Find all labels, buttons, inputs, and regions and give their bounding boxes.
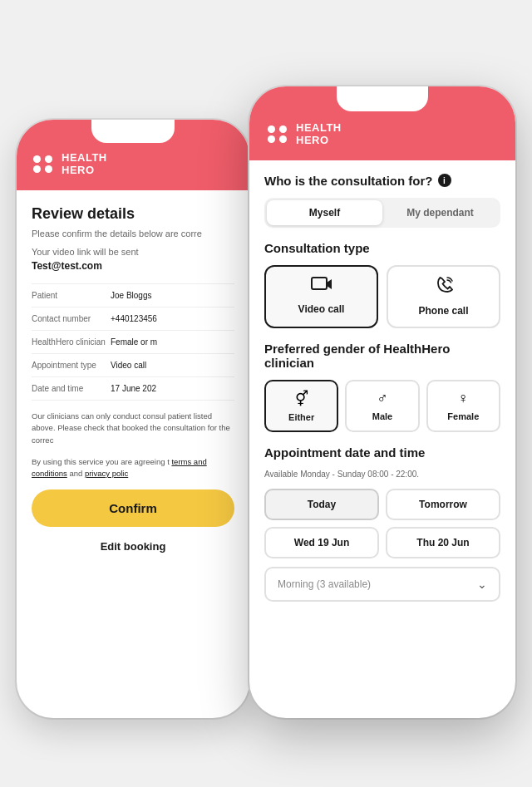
- today-button[interactable]: Today: [264, 489, 379, 520]
- email-highlight: Test@test.com: [32, 260, 234, 272]
- value-clinician: Female or m: [111, 337, 157, 347]
- phone-front: HEALTH HERO Who is the consultation for?…: [249, 86, 515, 718]
- tomorrow-button[interactable]: Tomorrow: [386, 489, 500, 520]
- logo-dot-f2: [279, 125, 287, 133]
- logo-dot-f3: [268, 135, 275, 143]
- phone-call-label: Phone call: [418, 305, 468, 317]
- back-phone-content: Review details Please confirm the detail…: [17, 190, 249, 569]
- logo-line1-back: HEALTH: [62, 151, 107, 165]
- consultation-for-toggle: Myself My dependant: [264, 198, 500, 228]
- female-icon: ♀: [458, 390, 470, 407]
- table-row: HealthHero clinician Female or m: [32, 331, 234, 354]
- male-label: Male: [372, 411, 392, 421]
- table-row: Contact number +440123456: [32, 307, 234, 331]
- date-grid: Today Tomorrow Wed 19 Jun Thu 20 Jun: [264, 489, 500, 558]
- time-dropdown-label: Morning (3 available): [278, 578, 371, 590]
- logo-icon-front: [268, 125, 288, 143]
- appointment-title: Appointment date and time: [264, 445, 500, 460]
- confirm-button[interactable]: Confirm: [32, 489, 234, 527]
- value-patient: Joe Bloggs: [111, 291, 151, 300]
- value-appt-type: Video call: [111, 361, 146, 370]
- video-link-text: Your video link will be sent: [32, 247, 234, 257]
- gender-title: Preferred gender of HealthHero clinician: [264, 342, 500, 370]
- female-label: Female: [447, 411, 479, 421]
- either-gender-card[interactable]: ⚥ Either: [264, 380, 338, 432]
- logo-icon-back: [33, 155, 53, 173]
- chevron-down-icon: ⌄: [477, 578, 487, 591]
- label-clinician: HealthHero clinician: [32, 337, 111, 347]
- either-icon: ⚥: [295, 390, 308, 408]
- label-appt-type: Appointment type: [32, 361, 111, 370]
- and-text: and: [69, 469, 82, 478]
- legal-text-2: By using this service you are agreeing t…: [32, 456, 234, 480]
- thu-20-jun-button[interactable]: Thu 20 Jun: [386, 527, 500, 558]
- wed-19-jun-button[interactable]: Wed 19 Jun: [264, 527, 379, 558]
- male-icon: ♂: [377, 390, 388, 407]
- logo-line2-front: HERO: [296, 134, 342, 147]
- logo-dot-f4: [279, 135, 287, 143]
- value-date-time: 17 June 202: [111, 384, 156, 393]
- my-dependant-button[interactable]: My dependant: [382, 200, 498, 225]
- label-date-time: Date and time: [32, 384, 111, 393]
- phone-icon: [435, 277, 453, 300]
- either-label: Either: [288, 412, 314, 422]
- video-call-label: Video call: [298, 303, 345, 315]
- availability-subtitle: Available Monday - Sunday 08:00 - 22:00.: [264, 470, 500, 479]
- phones-container: HEALTH HERO Review details Please confir…: [17, 37, 515, 751]
- review-title: Review details: [32, 205, 234, 223]
- notch-back: [91, 120, 175, 143]
- logo-dot-4: [45, 165, 52, 173]
- label-patient: Patient: [32, 291, 111, 300]
- table-row: Appointment type Video call: [32, 354, 234, 377]
- logo-dot-2: [45, 155, 52, 163]
- logo-dot-1: [33, 155, 41, 163]
- myself-button[interactable]: Myself: [267, 200, 382, 225]
- phone-call-card[interactable]: Phone call: [387, 265, 500, 328]
- label-contact: Contact number: [32, 314, 111, 323]
- consultation-for-title: Who is the consultation for? i: [264, 174, 500, 188]
- info-icon: i: [438, 174, 451, 187]
- logo-text-front: HEALTH HERO: [296, 121, 342, 147]
- phone-back: HEALTH HERO Review details Please confir…: [17, 120, 249, 718]
- video-icon: [311, 277, 332, 298]
- svg-rect-0: [312, 278, 327, 289]
- gender-group: ⚥ Either ♂ Male ♀ Female: [264, 380, 500, 432]
- edit-booking-button[interactable]: Edit booking: [32, 540, 234, 553]
- value-contact: +440123456: [111, 314, 157, 323]
- logo-line1-front: HEALTH: [296, 121, 342, 135]
- notch-front: [337, 86, 428, 111]
- consultation-type-title: Consultation type: [264, 241, 500, 255]
- details-table: Patient Joe Bloggs Contact number +44012…: [32, 283, 234, 401]
- legal-text-1: Our clinicians can only conduct consul p…: [32, 411, 234, 446]
- time-dropdown[interactable]: Morning (3 available) ⌄: [264, 567, 500, 602]
- table-row: Date and time 17 June 202: [32, 377, 234, 401]
- logo-line2-back: HERO: [62, 164, 107, 177]
- front-phone-content: Who is the consultation for? i Myself My…: [249, 160, 515, 615]
- female-gender-card[interactable]: ♀ Female: [426, 380, 500, 432]
- logo-dot-3: [33, 165, 41, 173]
- consultation-type-group: Video call Phone call: [264, 265, 500, 328]
- video-call-card[interactable]: Video call: [264, 265, 378, 328]
- table-row: Patient Joe Bloggs: [32, 284, 234, 307]
- review-subtitle: Please confirm the details below are cor…: [32, 228, 234, 240]
- logo-dot-f1: [268, 125, 275, 133]
- privacy-link[interactable]: privacy polic: [85, 469, 128, 478]
- male-gender-card[interactable]: ♂ Male: [345, 380, 419, 432]
- logo-text-back: HEALTH HERO: [62, 151, 107, 177]
